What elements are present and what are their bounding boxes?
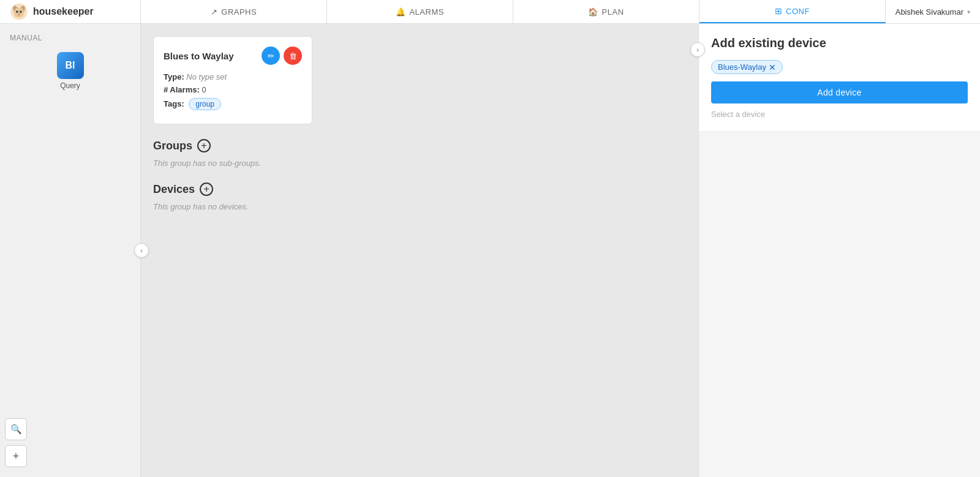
plan-icon: 🏠 — [588, 7, 598, 17]
sidebar-group-label: Query — [60, 81, 80, 90]
device-tags-field: Tags: group — [164, 98, 302, 110]
add-icon: + — [13, 450, 20, 463]
graphs-icon: ↗ — [211, 7, 218, 17]
right-panel: › Add existing device Blues-Waylay ✕ Add… — [698, 24, 980, 477]
collapse-icon: ‹ — [140, 247, 143, 254]
filter-tag-remove-button[interactable]: ✕ — [769, 63, 776, 72]
svg-point-3 — [14, 7, 24, 18]
sidebar-section-label: Manual — [5, 31, 135, 47]
tab-conf-label: CONF — [786, 7, 810, 16]
tab-conf[interactable]: ⊞ CONF — [699, 0, 886, 23]
device-alarms-field: # Alarms: 0 — [164, 85, 302, 94]
user-chevron-icon: ▾ — [967, 9, 970, 15]
right-panel-expand-button[interactable]: › — [690, 42, 705, 57]
type-label: Type: — [164, 72, 184, 81]
groups-empty-text: This group has no sub-groups. — [153, 159, 686, 168]
top-navigation: housekeeper ↗ GRAPHS 🔔 ALARMS 🏠 PLAN ⊞ C… — [0, 0, 980, 24]
conf-icon: ⊞ — [775, 6, 783, 16]
expand-icon: › — [696, 46, 699, 53]
logo-text: housekeeper — [33, 6, 94, 17]
type-value: No type set — [186, 72, 227, 81]
group-icon-text: Bl — [66, 60, 75, 71]
alarms-label: # Alarms: — [164, 85, 200, 94]
tab-graphs[interactable]: ↗ GRAPHS — [141, 0, 327, 23]
select-device-placeholder[interactable]: Select a device — [711, 110, 968, 119]
svg-point-7 — [17, 11, 18, 12]
device-card-header: Blues to Waylay ✏ 🗑 — [164, 47, 302, 65]
device-card: Blues to Waylay ✏ 🗑 Type: No type set # … — [153, 36, 312, 124]
edit-device-button[interactable]: ✏ — [262, 47, 280, 65]
add-device-circle-button[interactable]: + — [200, 182, 213, 196]
delete-device-button[interactable]: 🗑 — [284, 47, 302, 65]
add-group-button[interactable]: + — [5, 445, 27, 467]
user-name: Abishek Sivakumar — [895, 7, 963, 17]
sidebar-group-icon: Bl — [57, 52, 84, 79]
sidebar-group-item[interactable]: Bl Query — [5, 47, 135, 95]
content-area: Blues to Waylay ✏ 🗑 Type: No type set # … — [141, 24, 698, 477]
search-icon: 🔍 — [10, 424, 22, 435]
tags-label: Tags: — [164, 99, 184, 108]
groups-title: Groups — [153, 140, 192, 152]
user-menu[interactable]: Abishek Sivakumar ▾ — [886, 0, 980, 23]
search-button[interactable]: 🔍 — [5, 418, 27, 440]
add-device-button[interactable]: Add device — [711, 81, 968, 103]
right-panel-title: Add existing device — [711, 36, 968, 50]
logo-area: housekeeper — [0, 0, 141, 23]
devices-title: Devices — [153, 183, 195, 196]
svg-point-4 — [16, 10, 18, 13]
device-card-title: Blues to Waylay — [164, 51, 233, 61]
add-group-button[interactable]: + — [197, 139, 211, 152]
svg-point-5 — [20, 10, 22, 13]
filter-tag-text: Blues-Waylay — [718, 62, 766, 72]
tab-plan-label: PLAN — [602, 7, 624, 17]
tab-plan[interactable]: 🏠 PLAN — [513, 0, 699, 23]
sidebar-bottom-actions: 🔍 + — [5, 418, 27, 467]
device-tag[interactable]: group — [189, 98, 221, 110]
filter-tag: Blues-Waylay ✕ — [711, 60, 783, 74]
groups-section-heading: Groups + — [153, 139, 686, 152]
sidebar-collapse-button[interactable]: ‹ — [134, 243, 149, 258]
svg-point-8 — [21, 11, 21, 12]
device-type-field: Type: No type set — [164, 72, 302, 81]
svg-point-6 — [18, 13, 21, 15]
alarms-value: 0 — [202, 85, 206, 94]
sidebar: Manual Bl Query 🔍 + ‹ — [0, 24, 141, 477]
add-existing-device-panel: Add existing device Blues-Waylay ✕ Add d… — [699, 24, 980, 132]
tab-alarms-label: ALARMS — [409, 7, 443, 17]
devices-empty-text: This group has no devices. — [153, 202, 686, 211]
logo-icon — [10, 2, 28, 21]
devices-section-heading: Devices + — [153, 182, 686, 196]
tab-alarms[interactable]: 🔔 ALARMS — [327, 0, 513, 23]
main-layout: Manual Bl Query 🔍 + ‹ Blues to Waylay — [0, 24, 980, 477]
device-card-actions: ✏ 🗑 — [262, 47, 302, 65]
tab-graphs-label: GRAPHS — [221, 7, 257, 17]
alarms-icon: 🔔 — [396, 7, 406, 17]
nav-tabs: ↗ GRAPHS 🔔 ALARMS 🏠 PLAN ⊞ CONF — [141, 0, 886, 23]
